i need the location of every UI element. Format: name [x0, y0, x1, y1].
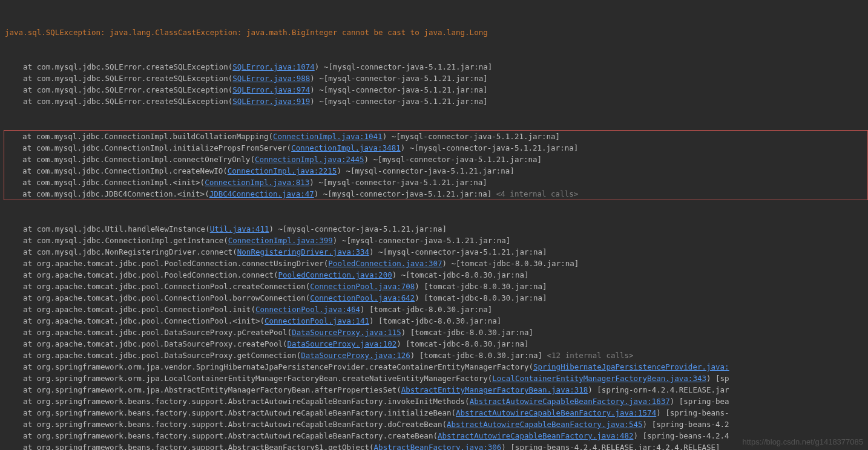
- source-link[interactable]: DataSourceProxy.java:126: [301, 351, 410, 360]
- frame-prefix: at com.mysql.jdbc.NonRegisteringDriver.c…: [5, 247, 237, 256]
- source-link[interactable]: SpringHibernateJpaPersistenceProvider.ja…: [533, 362, 729, 371]
- source-link[interactable]: LocalContainerEntityManagerFactoryBean.j…: [492, 374, 706, 383]
- source-link[interactable]: ConnectionPool.java:464: [255, 305, 360, 314]
- source-link[interactable]: ConnectionImpl.java:3481: [291, 143, 401, 152]
- frame-prefix: at com.mysql.jdbc.Util.handleNewInstance…: [5, 224, 210, 233]
- frame-prefix: at com.mysql.jdbc.ConnectionImpl.connect…: [4, 155, 255, 164]
- frame-prefix: at org.apache.tomcat.jdbc.pool.Connectio…: [5, 293, 310, 302]
- stack-frame: at com.mysql.jdbc.ConnectionImpl.initial…: [4, 142, 867, 154]
- highlighted-frames: at com.mysql.jdbc.ConnectionImpl.buildCo…: [4, 130, 868, 200]
- source-link[interactable]: DataSourceProxy.java:102: [288, 339, 397, 348]
- stack-frame: at org.apache.tomcat.jdbc.pool.Connectio…: [5, 315, 868, 327]
- source-link[interactable]: SQLError.java:988: [232, 74, 310, 83]
- stack-frame: at com.mysql.jdbc.ConnectionImpl.createN…: [4, 165, 867, 177]
- source-link[interactable]: AbstractBeanFactory.java:306: [374, 443, 502, 450]
- stack-frame: at org.springframework.orm.jpa.vendor.Sp…: [5, 361, 868, 373]
- frame-suffix: ) [spring-orm-4.2.4.RELEASE.jar: [588, 385, 729, 394]
- frame-suffix: ) [tomcat-jdbc-8.0.30.jar:na]: [401, 328, 533, 337]
- stack-frame: at org.springframework.beans.factory.sup…: [5, 407, 868, 419]
- frame-prefix: at org.springframework.orm.jpa.LocalCont…: [5, 374, 492, 383]
- frame-suffix: ) ~[mysql-connector-java-5.1.21.jar:na]: [401, 143, 579, 152]
- frame-prefix: at com.mysql.jdbc.JDBC4Connection.<init>…: [4, 189, 209, 198]
- frame-prefix: at org.apache.tomcat.jdbc.pool.PooledCon…: [5, 259, 328, 268]
- stack-frame: at org.apache.tomcat.jdbc.pool.Connectio…: [5, 304, 868, 315]
- frame-suffix: ) ~[mysql-connector-java-5.1.21.jar:na]: [364, 155, 542, 164]
- frame-prefix: at org.apache.tomcat.jdbc.pool.Connectio…: [5, 282, 310, 291]
- frame-prefix: at com.mysql.jdbc.ConnectionImpl.<init>(: [4, 178, 205, 187]
- source-link[interactable]: ConnectionImpl.java:2215: [228, 166, 337, 175]
- source-link[interactable]: PooledConnection.java:200: [278, 270, 392, 279]
- stack-frame: at com.mysql.jdbc.NonRegisteringDriver.c…: [5, 246, 868, 258]
- stack-frame: at com.mysql.jdbc.Util.handleNewInstance…: [5, 223, 868, 235]
- source-link[interactable]: PooledConnection.java:307: [328, 259, 442, 268]
- frame-prefix: at com.mysql.jdbc.ConnectionImpl.initial…: [4, 143, 291, 152]
- frame-prefix: at org.apache.tomcat.jdbc.pool.Connectio…: [5, 316, 265, 325]
- stack-frame: at org.apache.tomcat.jdbc.pool.DataSourc…: [5, 338, 868, 350]
- stack-frame: at org.springframework.orm.jpa.LocalCont…: [5, 373, 868, 384]
- stack-frame: at com.mysql.jdbc.ConnectionImpl.<init>(…: [4, 177, 867, 188]
- frame-suffix: ) [spring-bea: [670, 397, 729, 406]
- frame-prefix: at org.springframework.beans.factory.sup…: [5, 397, 470, 406]
- stack-frame: at org.apache.tomcat.jdbc.pool.DataSourc…: [5, 350, 868, 361]
- frame-suffix: ) ~[mysql-connector-java-5.1.21.jar:na]: [333, 236, 511, 245]
- source-link[interactable]: Util.java:411: [210, 224, 269, 233]
- frame-suffix: ) ~[mysql-connector-java-5.1.21.jar:na]: [315, 62, 493, 71]
- stack-frame: at org.springframework.beans.factory.sup…: [5, 419, 868, 430]
- source-link[interactable]: ConnectionImpl.java:813: [205, 178, 309, 187]
- frame-suffix: ) [spring-beans-: [656, 408, 729, 417]
- source-link[interactable]: DataSourceProxy.java:115: [292, 328, 401, 337]
- source-link[interactable]: ConnectionPool.java:642: [310, 293, 415, 302]
- frame-suffix: ) ~[mysql-connector-java-5.1.21.jar:na]: [310, 97, 488, 106]
- source-link[interactable]: AbstractAutowireCapableBeanFactory.java:…: [456, 408, 656, 417]
- frame-suffix: ) ~[mysql-connector-java-5.1.21.jar:na]: [337, 166, 515, 175]
- stack-frame: at com.mysql.jdbc.SQLError.createSQLExce…: [5, 96, 868, 107]
- stack-frame: at org.springframework.beans.factory.sup…: [5, 396, 868, 407]
- source-link[interactable]: ConnectionImpl.java:2445: [255, 155, 364, 164]
- stack-frame: at org.springframework.beans.factory.sup…: [5, 430, 868, 442]
- source-link[interactable]: NonRegisteringDriver.java:334: [237, 247, 369, 256]
- source-link[interactable]: AbstractAutowireCapableBeanFactory.java:…: [447, 420, 643, 429]
- frame-suffix: ) [tomcat-jdbc-8.0.30.jar:na]: [410, 351, 542, 360]
- stack-frame: at com.mysql.jdbc.ConnectionImpl.buildCo…: [4, 131, 867, 142]
- stack-frame: at com.mysql.jdbc.ConnectionImpl.getInst…: [5, 235, 868, 246]
- frame-prefix: at org.springframework.beans.factory.sup…: [5, 408, 456, 417]
- frame-suffix: ) [tomcat-jdbc-8.0.30.jar:na]: [396, 339, 528, 348]
- frame-suffix: ) ~[tomcat-jdbc-8.0.30.jar:na]: [442, 259, 579, 268]
- source-link[interactable]: AbstractEntityManagerFactoryBean.java:31…: [401, 385, 588, 394]
- source-link[interactable]: ConnectionPool.java:708: [310, 282, 415, 291]
- frame-suffix: ) ~[mysql-connector-java-5.1.21.jar:na]: [310, 74, 488, 83]
- frame-prefix: at org.apache.tomcat.jdbc.pool.DataSourc…: [5, 339, 288, 348]
- source-link[interactable]: SQLError.java:974: [232, 85, 310, 94]
- stack-frame: at com.mysql.jdbc.JDBC4Connection.<init>…: [4, 188, 867, 200]
- frame-prefix: at org.springframework.beans.factory.sup…: [5, 420, 447, 429]
- source-link[interactable]: SQLError.java:919: [232, 97, 310, 106]
- source-link[interactable]: ConnectionImpl.java:399: [228, 236, 333, 245]
- frame-suffix: ) [tomcat-jdbc-8.0.30.jar:na]: [415, 293, 547, 302]
- stack-frame: at com.mysql.jdbc.SQLError.createSQLExce…: [5, 84, 868, 96]
- source-link[interactable]: SQLError.java:1074: [232, 62, 314, 71]
- frame-suffix: ) [tomcat-jdbc-8.0.30.jar:na]: [369, 316, 501, 325]
- frame-prefix: at org.apache.tomcat.jdbc.pool.Connectio…: [5, 305, 255, 314]
- frame-suffix: ) [spring-beans-4.2.4: [634, 431, 729, 440]
- exception-header: java.sql.SQLException: java.lang.ClassCa…: [5, 27, 868, 38]
- stack-frame: at org.apache.tomcat.jdbc.pool.Connectio…: [5, 281, 868, 292]
- stack-frame: at org.apache.tomcat.jdbc.pool.PooledCon…: [5, 269, 868, 281]
- stack-frame: at com.mysql.jdbc.ConnectionImpl.connect…: [4, 154, 867, 165]
- frame-prefix: at org.apache.tomcat.jdbc.pool.PooledCon…: [5, 270, 278, 279]
- source-link[interactable]: AbstractAutowireCapableBeanFactory.java:…: [438, 431, 634, 440]
- stack-frame: at org.apache.tomcat.jdbc.pool.PooledCon…: [5, 258, 868, 269]
- frame-suffix: ) ~[mysql-connector-java-5.1.21.jar:na]: [310, 85, 488, 94]
- frame-prefix: at com.mysql.jdbc.SQLError.createSQLExce…: [5, 62, 232, 71]
- source-link[interactable]: JDBC4Connection.java:47: [209, 189, 314, 198]
- stack-frame: at com.mysql.jdbc.SQLError.createSQLExce…: [5, 73, 868, 84]
- frame-suffix: ) ~[mysql-connector-java-5.1.21.jar:na]: [309, 178, 487, 187]
- frame-prefix: at org.springframework.orm.jpa.vendor.Sp…: [5, 362, 533, 371]
- frame-prefix: at org.apache.tomcat.jdbc.pool.DataSourc…: [5, 328, 292, 337]
- frame-prefix: at com.mysql.jdbc.SQLError.createSQLExce…: [5, 74, 232, 83]
- frame-suffix: ) [tomcat-jdbc-8.0.30.jar:na]: [360, 305, 492, 314]
- source-link[interactable]: ConnectionPool.java:141: [265, 316, 369, 325]
- frame-suffix: ) [tomcat-jdbc-8.0.30.jar:na]: [415, 282, 547, 291]
- source-link[interactable]: AbstractAutowireCapableBeanFactory.java:…: [470, 397, 670, 406]
- source-link[interactable]: ConnectionImpl.java:1041: [273, 132, 383, 141]
- console-output: java.sql.SQLException: java.lang.ClassCa…: [0, 0, 868, 450]
